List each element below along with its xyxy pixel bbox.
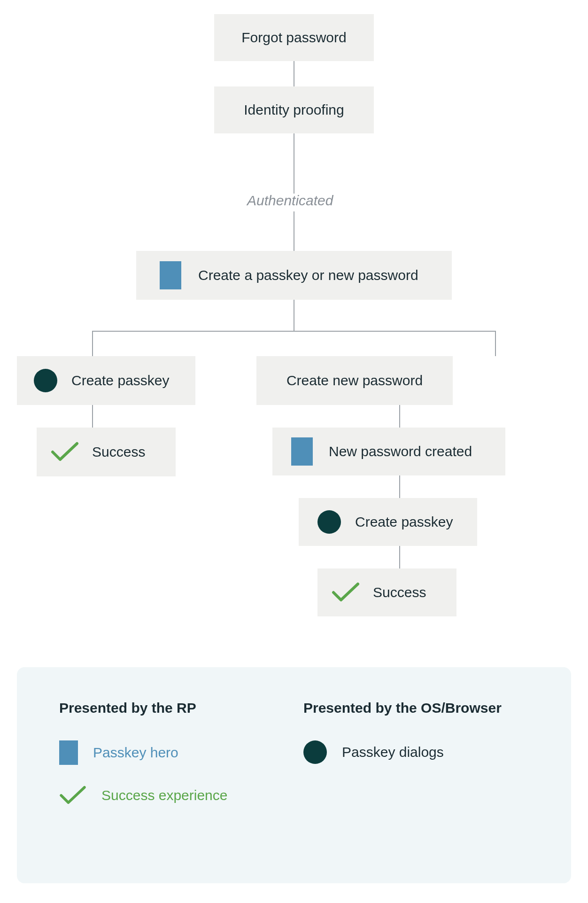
connector — [399, 475, 400, 498]
check-icon — [59, 786, 86, 805]
node-label: Forgot password — [241, 30, 346, 46]
legend-column-rp: Presented by the RP Passkey hero Success… — [59, 700, 285, 846]
check-icon — [51, 442, 79, 462]
node-create-passkey-right: Create passkey — [299, 498, 477, 546]
node-label: Create new password — [286, 373, 423, 389]
legend-heading-rp: Presented by the RP — [59, 700, 285, 716]
connector — [495, 331, 496, 356]
legend-label: Success experience — [101, 787, 227, 803]
node-label: Create passkey — [71, 373, 169, 389]
legend-item-passkey-dialogs: Passkey dialogs — [303, 740, 529, 764]
node-label: Identity proofing — [244, 102, 344, 118]
connector — [92, 331, 93, 356]
connector — [92, 331, 496, 332]
node-label: Success — [92, 444, 145, 460]
connector — [294, 61, 294, 86]
node-label: Create a passkey or new password — [198, 267, 418, 283]
node-identity-proofing: Identity proofing — [214, 86, 374, 133]
node-forgot-password: Forgot password — [214, 14, 374, 61]
legend-item-passkey-hero: Passkey hero — [59, 740, 285, 765]
passkey-dialog-icon — [34, 369, 57, 392]
connector — [294, 133, 294, 194]
connector — [399, 546, 400, 568]
node-label: Create passkey — [355, 514, 453, 530]
connector — [92, 405, 93, 428]
connector — [294, 211, 294, 251]
flowchart-canvas: Forgot password Identity proofing Authen… — [0, 0, 588, 903]
state-label-text: Authenticated — [247, 193, 333, 208]
passkey-hero-icon — [291, 437, 313, 466]
check-icon — [332, 582, 360, 603]
node-success-right: Success — [317, 568, 456, 616]
legend-item-success-experience: Success experience — [59, 786, 285, 805]
legend-label: Passkey dialogs — [342, 744, 444, 760]
node-new-password-created: New password created — [272, 428, 505, 475]
passkey-hero-icon — [59, 740, 78, 765]
node-label: Success — [373, 584, 426, 600]
legend-label: Passkey hero — [93, 745, 178, 761]
legend-panel: Presented by the RP Passkey hero Success… — [17, 667, 571, 883]
node-success-left: Success — [37, 428, 176, 476]
connector — [399, 405, 400, 428]
connector — [294, 300, 294, 331]
passkey-dialog-icon — [303, 740, 327, 764]
state-authenticated: Authenticated — [247, 193, 333, 209]
node-create-passkey-left: Create passkey — [17, 356, 195, 405]
node-label: New password created — [329, 444, 472, 459]
node-create-choice: Create a passkey or new password — [136, 251, 452, 300]
legend-column-os: Presented by the OS/Browser Passkey dial… — [303, 700, 529, 846]
node-create-new-password: Create new password — [256, 356, 453, 405]
passkey-hero-icon — [160, 261, 181, 289]
legend-heading-os: Presented by the OS/Browser — [303, 700, 529, 716]
passkey-dialog-icon — [317, 510, 341, 534]
